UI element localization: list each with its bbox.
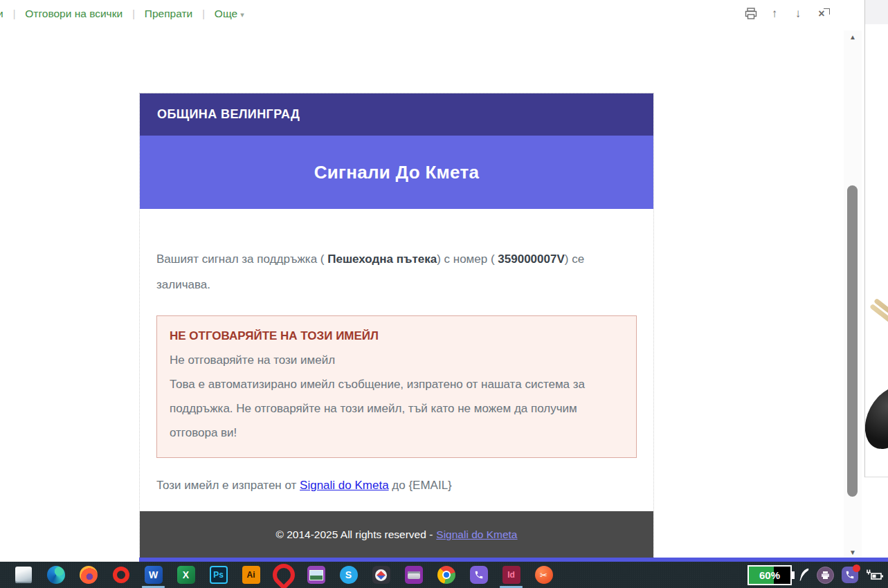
signal-number: 359000007V	[498, 252, 564, 266]
org-name: ОБЩИНА ВЕЛИНГРАД	[157, 107, 300, 122]
taskbar-capture-button[interactable]: ✂	[527, 562, 560, 588]
mail-toolbar: и | Отговори на всички | Препрати | Още▾…	[0, 0, 862, 28]
word-icon: W	[145, 566, 163, 584]
close-corner-mark	[824, 8, 830, 15]
warning-line1: Не отговаряйте на този имейл	[170, 348, 624, 372]
skype-icon: S	[340, 566, 358, 584]
screen: и | Отговори на всички | Препрати | Още▾…	[0, 0, 888, 588]
photoshop-icon: Ps	[210, 566, 228, 584]
battery-percent-label: 60%	[759, 569, 780, 581]
taskbar-notepad-button[interactable]	[7, 562, 39, 588]
photo-thumb	[309, 570, 323, 580]
email-footer: © 2014-2025 All rights reserved - Signal…	[140, 511, 653, 558]
dark-object	[865, 378, 888, 458]
taskbar-apps: W X Ps Ai S Id ✂	[7, 562, 560, 588]
photo-bottom-edge	[865, 477, 888, 477]
more-menu-label: Още	[215, 8, 237, 19]
photo-viewer-icon	[307, 566, 325, 584]
illustrator-icon: Ai	[242, 566, 260, 584]
copyright-text: © 2014-2025 All rights reserved -	[275, 529, 433, 541]
compass-needle	[377, 571, 386, 580]
scissors-capture-icon: ✂	[535, 566, 553, 584]
compass-icon	[372, 566, 390, 584]
taskbar-photo-viewer-button[interactable]	[300, 562, 332, 588]
taskbar-illustrator-button[interactable]: Ai	[235, 562, 267, 588]
taskbar: W X Ps Ai S Id ✂ 60%	[0, 562, 888, 588]
clipped-action-label[interactable]: и	[0, 8, 3, 20]
intro-paragraph: Вашият сигнал за поддръжка ( Пешеходна п…	[156, 246, 637, 297]
firefox-icon	[80, 566, 98, 584]
notepad-icon	[15, 567, 32, 583]
battery-nub	[792, 571, 795, 579]
notification-dot	[853, 564, 860, 572]
email-title-banner: Сигнали До Кмета	[140, 136, 653, 209]
taskbar-scanner-button[interactable]	[397, 562, 430, 588]
taskbar-opera-button[interactable]	[105, 562, 137, 588]
scanner-icon	[405, 566, 423, 584]
email-title: Сигнали До Кмета	[314, 162, 480, 183]
separator: |	[13, 8, 16, 19]
footer-signali-link[interactable]: Signali do Kmeta	[436, 529, 517, 541]
chrome-icon	[437, 566, 455, 584]
indesign-icon: Id	[502, 566, 520, 584]
mail-toolbar-icons: ↑ ↓ ×	[744, 0, 828, 28]
sent-text: Този имейл е изпратен от	[156, 479, 300, 492]
opera-icon	[113, 567, 129, 583]
taskbar-firefox-button[interactable]	[72, 562, 105, 588]
acrobat-icon	[268, 559, 299, 588]
scrollbar-thumb[interactable]	[847, 185, 858, 497]
taskbar-viber-button[interactable]	[462, 562, 495, 588]
print-agent-icon[interactable]	[817, 567, 834, 584]
taskbar-chrome-button[interactable]	[430, 562, 462, 588]
signali-do-kmeta-link[interactable]: Signali do Kmeta	[300, 479, 389, 492]
taskbar-photoshop-button[interactable]: Ps	[202, 562, 235, 588]
chevron-down-icon: ▾	[240, 10, 244, 19]
print-icon[interactable]	[744, 7, 758, 21]
signal-type: Пешеходна пътека	[327, 252, 437, 266]
scrollbar-down-arrow[interactable]: ▼	[844, 549, 862, 556]
email-document: ОБЩИНА ВЕЛИНГРАД Сигнали До Кмета Вашият…	[139, 93, 654, 559]
next-message-icon[interactable]: ↓	[791, 7, 805, 21]
warning-line2: Това е автоматизирано имейл съобщение, и…	[170, 372, 624, 445]
scanner-device	[408, 571, 420, 579]
viber-icon	[470, 566, 488, 584]
taskbar-indesign-button[interactable]: Id	[495, 562, 527, 588]
scrollbar-up-arrow[interactable]: ▲	[844, 33, 862, 41]
quill-icon[interactable]	[799, 568, 809, 582]
more-menu-button[interactable]: Още▾	[215, 8, 244, 20]
taskbar-skype-button[interactable]: S	[332, 562, 365, 588]
warning-title: НЕ ОТГОВАРЯЙТЕ НА ТОЗИ ИМЕЙЛ	[170, 324, 624, 348]
viber-tray-icon[interactable]	[842, 567, 858, 583]
drumsticks-photo	[865, 296, 888, 476]
separator: |	[132, 8, 135, 19]
previous-message-icon[interactable]: ↑	[768, 7, 781, 21]
intro-text: Вашият сигнал за поддръжка (	[156, 252, 327, 266]
battery-meter-widget[interactable]: 60%	[747, 565, 792, 585]
taskbar-excel-button[interactable]: X	[170, 562, 202, 588]
system-tray: 60%	[747, 562, 884, 588]
taskbar-compass-button[interactable]	[365, 562, 397, 588]
excel-icon: X	[177, 566, 195, 584]
edge-icon	[47, 566, 65, 584]
compass-dial	[375, 569, 387, 581]
intro-text: ) с номер (	[437, 252, 498, 266]
forward-button[interactable]: Препрати	[145, 8, 192, 20]
reply-all-button[interactable]: Отговори на всички	[25, 8, 123, 20]
mail-actions: и | Отговори на всички | Препрати | Още▾	[0, 0, 244, 28]
chrome-hub	[442, 571, 451, 579]
taskbar-edge-button[interactable]	[39, 562, 72, 588]
taskbar-word-button[interactable]: W	[137, 562, 170, 588]
power-charging-icon[interactable]	[866, 569, 884, 581]
email-org-header: ОБЩИНА ВЕЛИНГРАД	[140, 93, 653, 136]
sent-from-line: Този имейл е изпратен от Signali do Kmet…	[156, 479, 637, 493]
sent-recipient: до {EMAIL}	[389, 479, 452, 492]
taskbar-acrobat-button[interactable]	[267, 562, 300, 588]
email-body: Вашият сигнал за поддръжка ( Пешеходна п…	[140, 246, 653, 493]
separator: |	[202, 8, 205, 19]
rail-gray-block	[865, 0, 888, 24]
do-not-reply-box: НЕ ОТГОВАРЯЙТЕ НА ТОЗИ ИМЕЙЛ Не отговаря…	[156, 315, 637, 458]
close-icon[interactable]: ×	[815, 7, 828, 21]
